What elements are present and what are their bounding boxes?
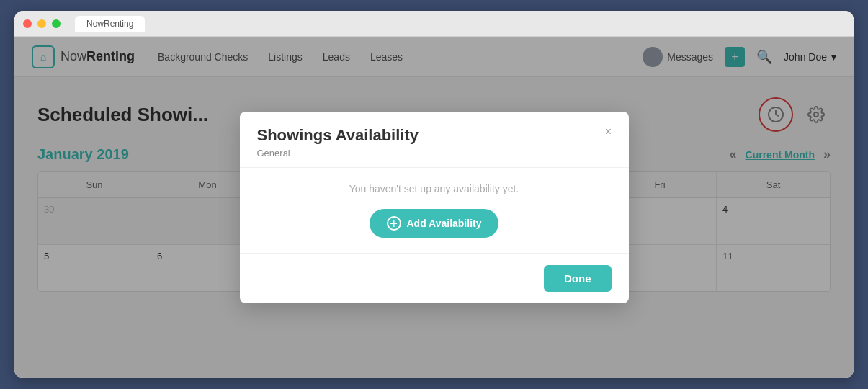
modal-subtitle: General xyxy=(257,148,612,158)
modal-title: Showings Availability xyxy=(257,126,612,145)
browser-window: NowRenting ⌂ NowRenting Background Check… xyxy=(14,11,854,378)
done-button[interactable]: Done xyxy=(544,265,612,292)
modal-empty-message: You haven't set up any availability yet. xyxy=(349,183,519,194)
modal-footer: Done xyxy=(240,254,629,303)
add-availability-label: Add Availability xyxy=(407,218,482,229)
browser-chrome: NowRenting xyxy=(14,11,854,37)
modal-body: You haven't set up any availability yet.… xyxy=(240,167,629,254)
add-availability-button[interactable]: + Add Availability xyxy=(370,209,499,238)
app-container: ⌂ NowRenting Background Checks Listings … xyxy=(14,37,854,378)
showings-availability-modal: Showings Availability General × You have… xyxy=(240,112,629,303)
modal-close-button[interactable]: × xyxy=(600,123,617,140)
browser-dot-yellow[interactable] xyxy=(37,19,46,28)
modal-header: Showings Availability General × xyxy=(240,112,629,167)
browser-dot-red[interactable] xyxy=(23,19,32,28)
browser-dot-green[interactable] xyxy=(52,19,61,28)
add-circle-icon: + xyxy=(387,216,401,231)
browser-tab[interactable]: NowRenting xyxy=(75,16,145,32)
